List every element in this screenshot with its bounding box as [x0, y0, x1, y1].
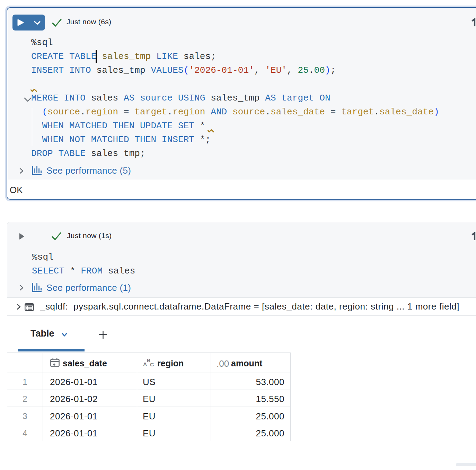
svg-text:A: A [143, 361, 147, 367]
svg-text:C: C [150, 362, 154, 367]
